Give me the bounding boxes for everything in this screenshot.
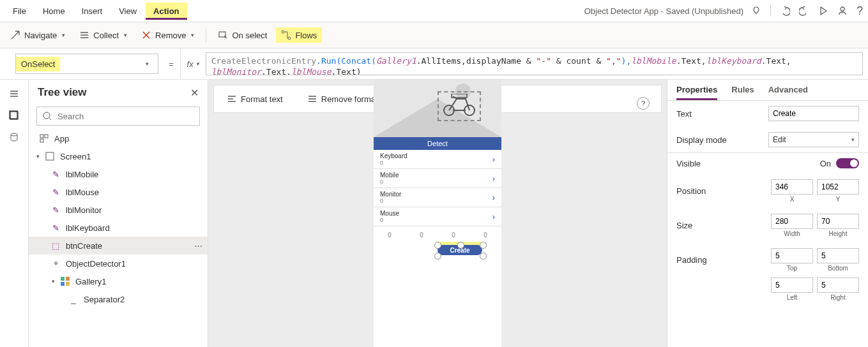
svg-rect-12	[61, 277, 65, 281]
menu-insert[interactable]: Insert	[74, 3, 110, 20]
visible-toggle[interactable]	[836, 158, 859, 168]
label-icon: ✎	[50, 223, 61, 233]
size-height-input[interactable]	[817, 214, 859, 229]
collect-button[interactable]: Collect▾	[74, 27, 132, 43]
phone-preview[interactable]: Detect Keyboard0› Mobile0› Monitor0› Mou…	[374, 80, 501, 347]
gallery-row-keyboard[interactable]: Keyboard0›	[374, 150, 501, 169]
svg-rect-15	[66, 282, 70, 286]
svg-rect-9	[45, 135, 48, 138]
chevron-right-icon: ›	[492, 174, 495, 183]
padding-right-input[interactable]	[817, 277, 859, 293]
search-box[interactable]	[36, 107, 200, 126]
format-icon	[227, 94, 237, 104]
prop-displaymode-dropdown[interactable]: Edit▾	[768, 132, 859, 147]
tree-lblkeyboard[interactable]: ✎lblKeyboard	[29, 219, 208, 237]
data-icon[interactable]	[9, 132, 19, 142]
position-y-input[interactable]	[817, 179, 859, 195]
app-icon	[39, 133, 49, 144]
svg-point-7	[43, 112, 50, 119]
hamburger-icon[interactable]	[9, 89, 19, 99]
resize-handle[interactable]	[434, 253, 441, 260]
chevron-down-icon[interactable]: ▾	[36, 153, 40, 159]
remove-button[interactable]: Remove▾	[136, 27, 199, 43]
prop-displaymode-label: Display mode	[676, 135, 763, 145]
detection-box	[438, 91, 481, 121]
close-icon[interactable]: ✕	[190, 87, 199, 99]
fx-label: fx▾	[180, 48, 206, 79]
help-icon[interactable]: ?	[857, 4, 863, 18]
play-icon[interactable]	[818, 6, 828, 16]
tree-lblmouse[interactable]: ✎lblMouse	[29, 183, 208, 201]
health-icon[interactable]	[751, 6, 761, 16]
padding-top-input[interactable]	[771, 248, 813, 263]
formula-input[interactable]: CreateElectronicEntry.Run(Concat(Gallery…	[206, 52, 863, 75]
undo-icon[interactable]	[780, 6, 790, 16]
property-dropdown[interactable]: OnSelect ▾	[15, 54, 158, 74]
gallery-row-monitor[interactable]: Monitor0›	[374, 188, 501, 207]
svg-rect-10	[40, 139, 43, 142]
resize-handle[interactable]	[434, 242, 441, 249]
svg-point-3	[288, 37, 291, 40]
label-icon: ✎	[50, 205, 61, 215]
detect-button[interactable]: Detect	[374, 137, 501, 150]
size-width-input[interactable]	[771, 214, 813, 229]
tree-app-node[interactable]: App	[29, 129, 208, 147]
position-x-input[interactable]	[771, 179, 813, 195]
svg-rect-8	[40, 135, 43, 138]
tab-properties[interactable]: Properties	[676, 85, 717, 100]
navigate-button[interactable]: Navigate▾	[5, 27, 70, 43]
tree-icon[interactable]	[9, 110, 19, 121]
label-icon: ✎	[50, 187, 61, 197]
svg-point-2	[282, 31, 284, 33]
search-icon	[42, 111, 52, 121]
separator-icon: ⎯	[68, 294, 79, 304]
tree-screen1-node[interactable]: ▾ Screen1	[29, 147, 208, 165]
onselect-button[interactable]: On select	[213, 27, 272, 43]
image-placeholder	[374, 80, 501, 137]
tab-advanced[interactable]: Advanced	[768, 85, 808, 100]
info-icon[interactable]: ?	[637, 97, 650, 110]
resize-handle[interactable]	[480, 253, 487, 260]
bicycle-icon	[440, 94, 478, 117]
chevron-down-icon[interactable]: ▾	[52, 278, 55, 284]
main-menu: File Home Insert View Action	[5, 3, 187, 20]
svg-rect-14	[61, 282, 65, 286]
gallery-row-mobile[interactable]: Mobile0›	[374, 169, 501, 188]
resize-handle[interactable]	[480, 242, 487, 249]
top-menu-bar: File Home Insert View Action Object Dete…	[0, 0, 868, 22]
menu-action[interactable]: Action	[146, 3, 187, 20]
menu-file[interactable]: File	[5, 3, 34, 20]
prop-text-label: Text	[676, 109, 763, 119]
tree-lblmobile[interactable]: ✎lblMobile	[29, 165, 208, 183]
flows-button[interactable]: Flows	[276, 27, 322, 43]
padding-left-input[interactable]	[771, 277, 813, 293]
prop-padding-label: Padding	[676, 255, 766, 265]
gallery-row-mouse[interactable]: Mouse0›	[374, 207, 501, 226]
gallery-icon	[60, 276, 70, 286]
svg-rect-13	[66, 277, 70, 281]
chevron-right-icon: ›	[492, 154, 495, 164]
screen-icon	[45, 151, 55, 161]
prop-text-input[interactable]	[768, 106, 859, 121]
menu-home[interactable]: Home	[35, 3, 73, 20]
search-input[interactable]	[56, 111, 194, 122]
share-icon[interactable]	[837, 6, 848, 16]
canvas-area[interactable]: Format text Remove formatting ? Detect K…	[208, 80, 667, 347]
resize-handle[interactable]	[457, 242, 464, 249]
tree-gallery1[interactable]: ▾Gallery1	[29, 272, 208, 290]
tree-scroll[interactable]: App ▾ Screen1 ✎lblMobile ✎lblMouse ✎lblM…	[29, 129, 208, 347]
collect-icon	[79, 30, 89, 40]
tree-separator2[interactable]: ⎯Separator2	[29, 290, 208, 308]
tree-lblmonitor[interactable]: ✎lblMonitor	[29, 201, 208, 219]
padding-bottom-input[interactable]	[817, 248, 859, 263]
formula-bar: OnSelect ▾ = fx▾ CreateElectronicEntry.R…	[0, 48, 868, 80]
redo-icon[interactable]	[799, 6, 809, 16]
create-button[interactable]: Create	[438, 245, 482, 255]
tree-btncreate[interactable]: ⬚btnCreate⋯	[29, 237, 208, 255]
format-text-button[interactable]: Format text	[222, 91, 288, 107]
more-icon[interactable]: ⋯	[194, 241, 204, 251]
menu-view[interactable]: View	[111, 3, 144, 20]
tree-objectdetector[interactable]: ⌖ObjectDetector1	[29, 255, 208, 272]
flows-icon	[281, 30, 291, 40]
tab-rules[interactable]: Rules	[731, 85, 754, 100]
